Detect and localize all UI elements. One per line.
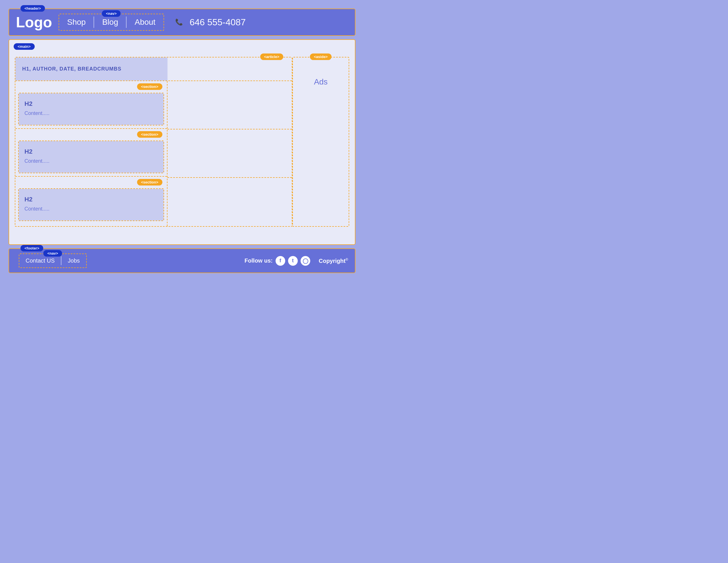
nav-tag-badge: <nav> (102, 10, 121, 17)
section-2-tag-wrapper: <section> (15, 129, 167, 138)
aside-tag-badge: <aside> (310, 53, 332, 60)
sections-right (167, 81, 292, 226)
copyright-label: Copyright (319, 257, 346, 264)
footer: <footer> <nav> Contact US Jobs Follow us… (9, 248, 355, 273)
section-1-h2: H2 (24, 100, 158, 107)
main-tag-badge: <main> (14, 43, 35, 50)
footer-nav-jobs[interactable]: Jobs (61, 256, 86, 265)
section-1-tag-wrapper: <section> (15, 81, 167, 90)
right-cell-3 (167, 178, 292, 226)
section-2-block: H2 Content..... (18, 140, 164, 173)
section-3-content: Content..... (24, 206, 158, 212)
header: <header> Logo <nav> Shop Blog About 📞 64… (9, 9, 355, 36)
section-3-container: <section> H2 Content..... (15, 177, 167, 221)
footer-tag-badge: <footer> (20, 245, 43, 251)
article-tag: <article> (260, 53, 284, 60)
article-area: <article> H1, AUTHOR, DATE, BREADCRUMBS … (15, 57, 292, 227)
header-nav: <nav> Shop Blog About (59, 14, 164, 31)
phone-icon: 📞 (173, 16, 186, 29)
main-tag: <main> (14, 43, 35, 50)
phone-section: 📞 646 555-4087 (173, 16, 246, 29)
h1-content-area: H1, AUTHOR, DATE, BREADCRUMBS (15, 57, 167, 80)
aside-ads-label: Ads (314, 77, 328, 86)
section-3-block: H2 Content..... (18, 188, 164, 221)
section-2-tag: <section> (137, 131, 162, 138)
right-cell-1 (167, 81, 292, 129)
section-1-tag: <section> (137, 83, 162, 90)
copyright-symbol: © (346, 257, 348, 261)
section-3-h2: H2 (24, 196, 158, 203)
facebook-icon[interactable]: f (276, 256, 285, 266)
aside-area: <aside> Ads (292, 57, 349, 227)
sections-wrapper: <section> H2 Content..... <section> (15, 81, 292, 226)
twitter-icon[interactable]: t (288, 256, 298, 266)
follow-label: Follow us: (245, 257, 273, 264)
sections-left: <section> H2 Content..... <section> (15, 81, 167, 226)
footer-tag: <footer> (20, 245, 43, 251)
section-3-tag-wrapper: <section> (15, 177, 167, 185)
article-tag-badge: <article> (260, 53, 284, 60)
section-1-block: H2 Content..... (18, 93, 164, 125)
phone-number: 646 555-4087 (190, 17, 246, 28)
footer-nav-contact[interactable]: Contact US (19, 256, 61, 265)
section-1-content: Content..... (24, 110, 158, 116)
follow-section: Follow us: f t ◯ (245, 256, 310, 266)
h1-text: H1, AUTHOR, DATE, BREADCRUMBS (22, 66, 161, 72)
footer-nav-tag-badge: <nav> (43, 250, 62, 256)
header-tag-badge: <header> (20, 5, 45, 12)
nav-shop[interactable]: Shop (59, 16, 94, 28)
h1-row: H1, AUTHOR, DATE, BREADCRUMBS (15, 57, 292, 81)
nav-tag: <nav> (102, 10, 121, 17)
section-1-inner: H2 Content..... (19, 93, 164, 125)
instagram-icon[interactable]: ◯ (301, 256, 310, 266)
section-2-inner: H2 Content..... (19, 141, 164, 173)
nav-blog[interactable]: Blog (94, 16, 127, 28)
footer-right: Follow us: f t ◯ Copyright© (245, 256, 348, 266)
section-1-container: <section> H2 Content..... (15, 81, 167, 129)
nav-about[interactable]: About (127, 16, 163, 28)
footer-nav-tag: <nav> (43, 250, 62, 256)
footer-nav: <nav> Contact US Jobs (19, 253, 87, 268)
h1-right-spacer (167, 57, 292, 80)
section-2-h2: H2 (24, 148, 158, 155)
section-3-inner: H2 Content..... (19, 189, 164, 220)
header-tag: <header> (20, 5, 45, 12)
logo: Logo (16, 14, 53, 31)
aside-tag: <aside> (310, 53, 332, 60)
section-2-container: <section> H2 Content..... (15, 129, 167, 177)
main-wrapper: <main> <article> H1, AUTHOR, DATE, BREAD… (9, 39, 355, 245)
right-cell-2 (167, 129, 292, 178)
section-3-tag: <section> (137, 179, 162, 185)
section-2-content: Content..... (24, 158, 158, 164)
copyright-text: Copyright© (319, 257, 348, 264)
